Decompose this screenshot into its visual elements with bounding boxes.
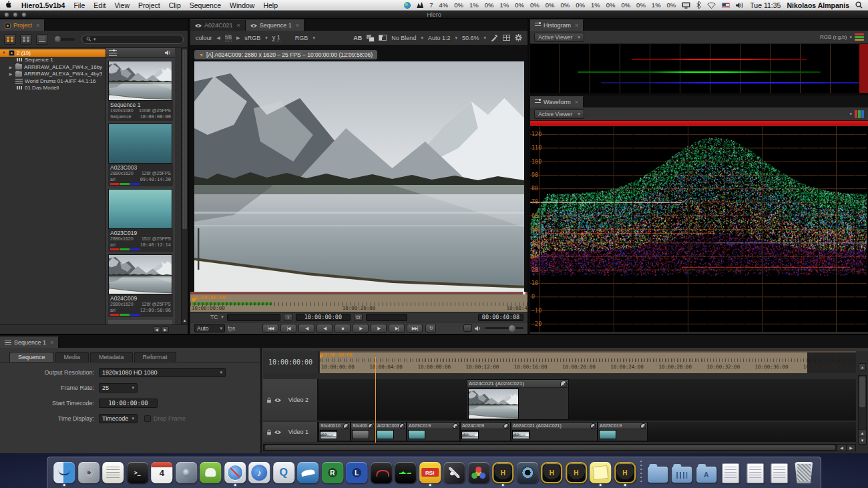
tree-item-01-das-modell[interactable]: 01 Das Modell — [0, 85, 105, 92]
dock-finder[interactable] — [53, 459, 75, 486]
cpu-graph-icon[interactable] — [417, 2, 423, 8]
playhead-icon[interactable] — [320, 354, 323, 361]
display-menu-icon[interactable] — [682, 2, 690, 9]
timeline-clip-a024c009[interactable]: A024C009 — [460, 422, 511, 441]
apple-menu[interactable] — [5, 1, 13, 10]
loop-button[interactable]: ↻ — [425, 324, 436, 333]
scroll-right-icon[interactable]: ▶ — [846, 445, 855, 451]
histogram-source-select[interactable]: Active Viewer▾ — [534, 33, 584, 42]
bin-clip-sequence-1[interactable]: Sequence 11920x10801008f @25FPSSequence1… — [108, 61, 173, 121]
drop-frame-checkbox[interactable] — [144, 415, 151, 422]
dock-nuke[interactable] — [516, 459, 539, 486]
tree-item-arriraw-alexa-fw4-x-16by[interactable]: ▶ARRIRAW_ALEXA_FW4.x_16by — [0, 63, 105, 71]
play-button[interactable]: ▶ — [353, 324, 369, 333]
dock-hieroplayer[interactable]: H — [565, 459, 588, 486]
menu-project[interactable]: Project — [138, 1, 160, 9]
dock-textedit[interactable] — [101, 459, 124, 486]
caret-icon[interactable]: ▶ — [8, 65, 13, 69]
menu-edit[interactable]: Edit — [93, 1, 105, 9]
tab-metadata[interactable]: Metadata — [90, 352, 133, 362]
frame-back-button[interactable]: ◀ — [298, 324, 314, 333]
set-out-button[interactable]: O — [354, 314, 363, 321]
eyedropper-icon[interactable] — [491, 34, 498, 41]
dock-folder-documents[interactable] — [646, 459, 669, 486]
tree-item-world-drums-01-aiff-44-1-16[interactable]: World Drums 01-AIFF 44.1:16 — [0, 77, 105, 85]
timeline-vscrollbar[interactable]: ▲ ▼ — [858, 375, 867, 445]
lock-icon[interactable] — [266, 397, 272, 403]
dock-disk-utility[interactable] — [77, 459, 100, 486]
mute-button[interactable] — [463, 324, 472, 332]
dock-folder-library[interactable] — [670, 459, 693, 486]
project-search-field[interactable]: ▾ — [81, 35, 184, 44]
view-mode-detail-button[interactable] — [20, 34, 32, 45]
dock-photo-booth[interactable] — [175, 459, 198, 486]
tree-item-2-19[interactable]: ▼2 (19) — [0, 49, 105, 57]
lock-icon[interactable] — [266, 429, 272, 435]
volume-slider[interactable] — [485, 327, 523, 329]
mixer-icon[interactable] — [109, 50, 117, 56]
thumbnail-size-slider[interactable] — [55, 38, 75, 41]
menu-clip[interactable]: Clip — [169, 1, 181, 9]
current-timecode-field[interactable]: 10:00:00:00 — [296, 314, 351, 321]
wipe-icon[interactable] — [379, 35, 387, 41]
volume-menu-icon[interactable] — [736, 2, 744, 9]
viewer-tab-a024c021[interactable]: A024C021× — [190, 19, 246, 31]
eye-icon[interactable] — [274, 430, 281, 435]
app-menu[interactable]: Hiero1.5v1b4 — [21, 1, 65, 9]
playhead-line[interactable] — [375, 357, 376, 443]
exposure-down-icon[interactable]: ◀ — [217, 35, 220, 41]
viewer-timeline-ruler[interactable]: 10:00:00:00 10:00:00:0010:00:20:0010:00:… — [190, 294, 527, 312]
caret-icon[interactable]: ▶ — [8, 71, 13, 76]
setting-output-resolution[interactable]: 1920x1080 HD 1080▾ — [99, 368, 226, 377]
safe-area-icon[interactable] — [503, 35, 510, 41]
tab-sequence-1[interactable]: Sequence 1 × — [0, 336, 59, 348]
setting-frame-rate[interactable]: 25▾ — [99, 383, 138, 393]
dock-evernote[interactable] — [199, 459, 222, 486]
proxy-select[interactable]: Auto 1:2 — [428, 35, 451, 41]
bin-clip-a023c003[interactable]: A023C0032880x1620126f @25FPSari09:40:14:… — [108, 124, 173, 186]
jump-to-end-button[interactable]: ▶▶| — [407, 324, 423, 333]
input-language-flag-icon[interactable] — [722, 3, 730, 8]
fast-user-switch-menu[interactable]: Nikolaos Almpanis — [787, 1, 849, 9]
colorspace-select[interactable]: sRGB — [244, 35, 260, 41]
tab-reformat[interactable]: Reformat — [134, 352, 176, 362]
dock-trash[interactable] — [793, 459, 815, 486]
dock-itunes[interactable] — [248, 459, 270, 486]
timeline-ruler[interactable]: 10:00:00:00 10:00:00:0010:00:04:0010:00:… — [320, 351, 856, 373]
eye-icon[interactable] — [274, 398, 281, 403]
dock-stack-window-2[interactable] — [744, 459, 767, 486]
dock-stickies[interactable] — [589, 459, 612, 486]
histogram-mode-label[interactable]: RGB (r,g,b) — [820, 34, 847, 40]
scroll-up-icon[interactable]: ▲ — [182, 317, 188, 324]
view-mode-list-button[interactable] — [36, 34, 48, 45]
previous-edit-button[interactable]: |◀ — [280, 324, 296, 333]
track-header[interactable]: Video 1 — [263, 422, 318, 442]
jump-to-start-button[interactable]: |◀◀ — [262, 324, 278, 333]
scroll-left-icon[interactable]: ◀ — [837, 445, 846, 451]
stop-button[interactable]: ■ — [335, 324, 351, 333]
dock-stack-window-3[interactable] — [768, 459, 791, 486]
close-icon[interactable]: × — [36, 22, 39, 29]
caret-icon[interactable]: ▼ — [1, 51, 7, 55]
close-icon[interactable]: × — [575, 22, 578, 29]
scroll-up-icon[interactable]: ▲ — [859, 429, 866, 437]
search-input[interactable] — [97, 36, 179, 43]
project-scrollbar[interactable]: ▲ — [181, 48, 188, 324]
tab-project[interactable]: Project × — [0, 19, 45, 31]
menu-help[interactable]: Help — [263, 1, 278, 9]
close-icon[interactable]: × — [575, 99, 578, 105]
dock-shake[interactable] — [443, 459, 465, 486]
menu-sequence[interactable]: Sequence — [190, 1, 221, 9]
dock-dashboard[interactable] — [370, 459, 393, 486]
scroll-down-icon[interactable]: ▼ — [859, 437, 866, 444]
menu-clock[interactable]: Tue 11:35 — [750, 1, 781, 9]
dock-rsiguard[interactable]: RSI — [419, 459, 441, 486]
exposure-value[interactable]: f/8 — [225, 34, 232, 41]
dock-quicktime[interactable]: Q — [272, 459, 295, 486]
tree-item-sequence-1[interactable]: Sequence 1 — [0, 57, 105, 64]
set-in-button[interactable]: I — [284, 314, 292, 321]
menu-window[interactable]: Window — [230, 1, 254, 9]
dock-pinwheel-r[interactable]: R — [321, 459, 344, 486]
dock-folder-applications[interactable]: A — [695, 459, 718, 486]
gamma-value[interactable]: y 1 — [272, 34, 280, 41]
